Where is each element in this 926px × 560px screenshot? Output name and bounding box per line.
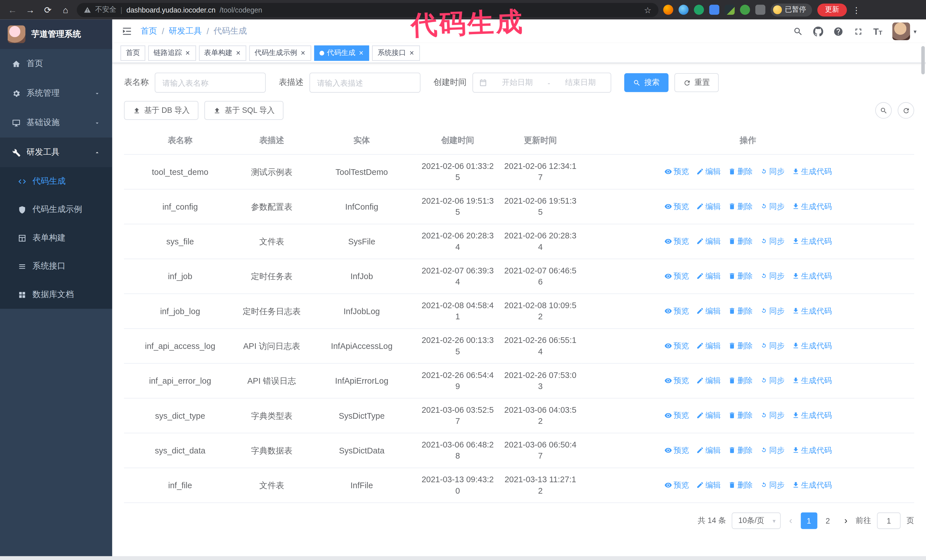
tab-codegen-example[interactable]: 代码生成示例× bbox=[249, 45, 311, 61]
sidebar-item-codegen[interactable]: 代码生成 bbox=[0, 167, 112, 195]
search-button[interactable]: 搜索 bbox=[624, 73, 669, 92]
extension-icon-1[interactable] bbox=[663, 5, 673, 15]
sidebar-item-system[interactable]: 系统管理 bbox=[0, 78, 112, 108]
tab-codegen[interactable]: 代码生成× bbox=[314, 45, 369, 61]
op-generate-link[interactable]: 生成代码 bbox=[791, 201, 832, 211]
fullscreen-icon[interactable] bbox=[853, 26, 863, 36]
forward-icon[interactable]: → bbox=[24, 3, 37, 16]
op-preview-link[interactable]: 预览 bbox=[664, 479, 689, 490]
op-delete-link[interactable]: 删除 bbox=[728, 235, 753, 246]
op-delete-link[interactable]: 删除 bbox=[728, 479, 753, 490]
close-icon[interactable]: × bbox=[185, 49, 191, 57]
op-generate-link[interactable]: 生成代码 bbox=[791, 374, 832, 386]
toggle-search-button[interactable] bbox=[875, 102, 892, 119]
op-delete-link[interactable]: 删除 bbox=[728, 409, 753, 420]
close-icon[interactable]: × bbox=[359, 49, 364, 57]
paused-badge[interactable]: 已暂停 bbox=[771, 3, 812, 16]
extension-icon-6[interactable] bbox=[740, 5, 750, 15]
breadcrumb-item[interactable]: 首页 bbox=[141, 26, 157, 36]
close-icon[interactable]: × bbox=[409, 49, 415, 57]
github-icon[interactable] bbox=[813, 26, 823, 36]
font-size-icon[interactable]: TT bbox=[873, 27, 882, 36]
bookmark-star-icon[interactable]: ☆ bbox=[644, 5, 651, 15]
op-edit-link[interactable]: 编辑 bbox=[696, 340, 721, 351]
tab-home[interactable]: 首页 bbox=[121, 45, 145, 61]
browser-menu-icon[interactable]: ⋮ bbox=[852, 5, 861, 15]
table-desc-input[interactable] bbox=[309, 72, 421, 92]
op-edit-link[interactable]: 编辑 bbox=[696, 201, 721, 211]
op-preview-link[interactable]: 预览 bbox=[664, 235, 689, 246]
back-icon[interactable]: ← bbox=[6, 3, 19, 16]
op-sync-link[interactable]: 同步 bbox=[760, 374, 785, 386]
tab-trace[interactable]: 链路追踪× bbox=[148, 45, 196, 61]
op-delete-link[interactable]: 删除 bbox=[728, 444, 753, 456]
op-edit-link[interactable]: 编辑 bbox=[696, 270, 721, 281]
op-generate-link[interactable]: 生成代码 bbox=[791, 235, 832, 246]
op-preview-link[interactable]: 预览 bbox=[664, 166, 689, 177]
op-sync-link[interactable]: 同步 bbox=[760, 444, 785, 456]
reset-button[interactable]: 重置 bbox=[675, 73, 719, 92]
op-preview-link[interactable]: 预览 bbox=[664, 201, 689, 211]
op-edit-link[interactable]: 编辑 bbox=[696, 305, 721, 316]
goto-page-input[interactable] bbox=[877, 512, 901, 529]
tab-form-builder[interactable]: 表单构建× bbox=[199, 45, 247, 61]
op-edit-link[interactable]: 编辑 bbox=[696, 444, 721, 456]
sidebar-item-api[interactable]: 系统接口 bbox=[0, 252, 112, 280]
sidebar-item-codegen-example[interactable]: 代码生成示例 bbox=[0, 195, 112, 223]
date-range-picker[interactable]: 开始日期 - 结束日期 bbox=[472, 72, 611, 92]
op-sync-link[interactable]: 同步 bbox=[760, 479, 785, 490]
op-edit-link[interactable]: 编辑 bbox=[696, 166, 721, 177]
hamburger-icon[interactable] bbox=[122, 26, 132, 36]
next-page-button[interactable]: › bbox=[842, 515, 850, 526]
sidebar-item-form-builder[interactable]: 表单构建 bbox=[0, 224, 112, 252]
sidebar-item-home[interactable]: 首页 bbox=[0, 49, 112, 78]
op-sync-link[interactable]: 同步 bbox=[760, 270, 785, 281]
op-generate-link[interactable]: 生成代码 bbox=[791, 409, 832, 420]
table-name-input[interactable] bbox=[155, 72, 266, 92]
reload-icon[interactable]: ⟳ bbox=[41, 3, 54, 16]
op-edit-link[interactable]: 编辑 bbox=[696, 479, 721, 490]
home-icon[interactable]: ⌂ bbox=[59, 3, 72, 16]
op-edit-link[interactable]: 编辑 bbox=[696, 235, 721, 246]
op-edit-link[interactable]: 编辑 bbox=[696, 409, 721, 420]
op-preview-link[interactable]: 预览 bbox=[664, 305, 689, 316]
page-size-select[interactable]: 10条/页 ▾ bbox=[732, 512, 781, 529]
op-generate-link[interactable]: 生成代码 bbox=[791, 305, 832, 316]
help-icon[interactable] bbox=[833, 26, 843, 36]
refresh-table-button[interactable] bbox=[898, 102, 914, 119]
update-button[interactable]: 更新 bbox=[817, 3, 847, 16]
op-generate-link[interactable]: 生成代码 bbox=[791, 444, 832, 456]
op-generate-link[interactable]: 生成代码 bbox=[791, 479, 832, 490]
extension-icon-3[interactable] bbox=[694, 5, 704, 15]
op-sync-link[interactable]: 同步 bbox=[760, 235, 785, 246]
sidebar-item-db-doc[interactable]: 数据库文档 bbox=[0, 281, 112, 309]
op-sync-link[interactable]: 同步 bbox=[760, 166, 785, 177]
user-menu[interactable]: ▾ bbox=[893, 23, 917, 40]
puzzle-extension-icon[interactable] bbox=[755, 5, 765, 15]
extension-icon-2[interactable] bbox=[679, 5, 688, 15]
op-preview-link[interactable]: 预览 bbox=[664, 444, 689, 456]
close-icon[interactable]: × bbox=[235, 49, 241, 57]
extension-icon-4[interactable] bbox=[709, 5, 719, 15]
logo[interactable]: 芋道管理系统 bbox=[0, 20, 112, 49]
op-delete-link[interactable]: 删除 bbox=[728, 340, 753, 351]
op-generate-link[interactable]: 生成代码 bbox=[791, 166, 832, 177]
op-sync-link[interactable]: 同步 bbox=[760, 201, 785, 211]
search-icon[interactable] bbox=[793, 26, 803, 36]
url-bar[interactable]: 不安全 | dashboard.yudao.iocoder.cn/tool/co… bbox=[77, 3, 658, 17]
op-preview-link[interactable]: 预览 bbox=[664, 270, 689, 281]
prev-page-button[interactable]: ‹ bbox=[787, 515, 795, 526]
op-edit-link[interactable]: 编辑 bbox=[696, 374, 721, 386]
op-preview-link[interactable]: 预览 bbox=[664, 409, 689, 420]
breadcrumb-item[interactable]: 研发工具 bbox=[169, 26, 202, 36]
op-preview-link[interactable]: 预览 bbox=[664, 340, 689, 351]
extension-icon-5[interactable] bbox=[725, 5, 735, 15]
tab-api[interactable]: 系统接口× bbox=[372, 45, 420, 61]
op-sync-link[interactable]: 同步 bbox=[760, 340, 785, 351]
sidebar-item-infra[interactable]: 基础设施 bbox=[0, 108, 112, 137]
op-delete-link[interactable]: 删除 bbox=[728, 270, 753, 281]
op-sync-link[interactable]: 同步 bbox=[760, 305, 785, 316]
page-1-button[interactable]: 1 bbox=[800, 512, 817, 529]
import-sql-button[interactable]: 基于 SQL 导入 bbox=[204, 101, 283, 120]
page-2-button[interactable]: 2 bbox=[819, 512, 836, 529]
